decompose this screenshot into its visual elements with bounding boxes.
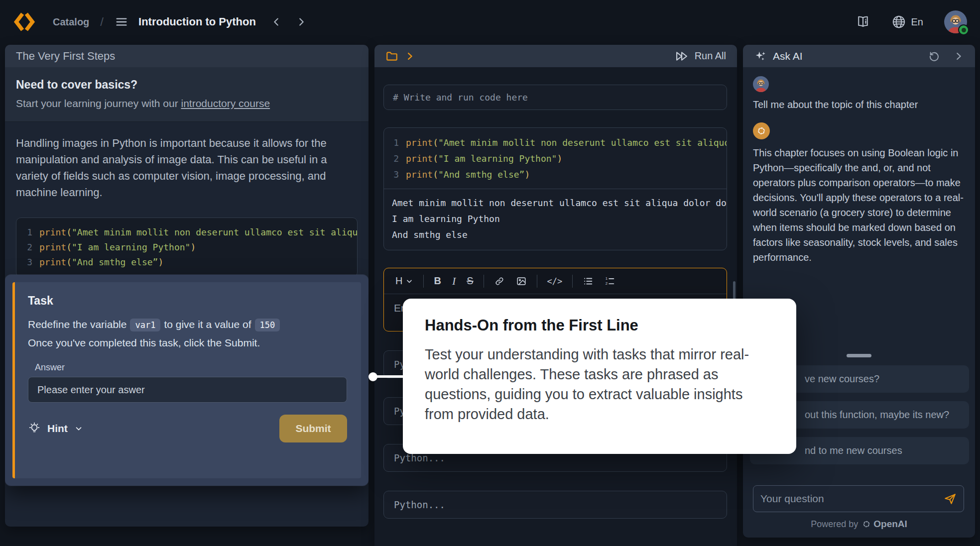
link-icon[interactable] (494, 276, 505, 287)
tooltip-body: Test your understanding with tasks that … (425, 344, 774, 424)
page-title: Introduction to Python (138, 15, 256, 28)
code-paren: ) (190, 240, 196, 255)
code-paren: ( (433, 135, 438, 151)
basics-banner: Need to cover basics? Start your learnin… (5, 67, 368, 122)
submit-button[interactable]: Submit (279, 415, 347, 442)
language-switcher[interactable]: En (891, 14, 923, 29)
code-paren: ( (433, 167, 438, 183)
ask-ai-title: Ask AI (773, 50, 803, 62)
code-line: 3print("And smthg else”) (25, 255, 348, 270)
folder-icon[interactable] (385, 50, 398, 63)
output-line: I am learning Python (384, 211, 727, 227)
sparkles-icon (754, 50, 767, 63)
user-avatar[interactable] (944, 10, 967, 33)
code-keyword: print (406, 167, 433, 183)
question-input[interactable] (760, 493, 944, 505)
python-cell-collapsed[interactable]: Python... (383, 491, 727, 519)
code-keyword: print (39, 240, 66, 255)
code-paren: ( (433, 151, 438, 167)
lightbulb-icon (28, 422, 41, 435)
code-string: "And smthg else” (438, 167, 524, 183)
editor-header: Run All (374, 45, 737, 67)
lesson-title: The Very First Steps (16, 50, 115, 63)
lesson-panel-header: The Very First Steps (5, 45, 368, 67)
task-var-chip: var1 (130, 319, 160, 331)
ai-response: This chapter focuses on using Boolean lo… (753, 145, 964, 265)
chevron-down-icon (74, 424, 83, 433)
code-string: "I am learning Python" (438, 151, 557, 167)
line-number: 3 (392, 167, 399, 183)
hint-label: Hint (47, 423, 68, 435)
breadcrumb-catalog[interactable]: Catalog (53, 16, 89, 28)
bold-button[interactable]: B (434, 275, 441, 287)
code-line: 1print("Amet minim mollit non deserunt u… (25, 225, 348, 240)
ask-ai-panel: Ask AI (743, 45, 975, 538)
collapse-panel-icon[interactable] (953, 51, 964, 62)
heading-label: H (395, 275, 402, 287)
code-editor-panel: Run All # Write and run code here 1print… (374, 45, 737, 546)
toolbar-separator (572, 275, 573, 288)
numbered-list-icon[interactable]: 1 2 (605, 276, 615, 287)
code-keyword: print (406, 151, 433, 167)
task-text: to give it a value of (164, 319, 251, 330)
prev-chapter-button[interactable] (271, 16, 282, 27)
reset-chat-icon[interactable] (928, 50, 940, 62)
code-string: "Amet minim mollit non deserunt ullamco … (72, 225, 358, 240)
line-number: 3 (25, 255, 32, 270)
heading-dropdown[interactable]: H (395, 275, 413, 287)
powered-by-label: Powered by (811, 519, 858, 530)
image-icon[interactable] (516, 276, 527, 287)
line-number: 1 (392, 135, 399, 151)
language-label: En (911, 16, 923, 28)
task-text: Redefine the variable (28, 319, 126, 330)
code-keyword: print (406, 135, 433, 151)
bullet-list-icon[interactable] (583, 276, 594, 287)
italic-button[interactable]: I (452, 275, 456, 288)
output-line: And smthg else (384, 227, 727, 243)
user-message: Tell me about the topic of this chapter (753, 99, 964, 110)
task-card-wrapper: Task Redefine the variablevar1to give it… (5, 275, 368, 486)
task-card: Task Redefine the variablevar1to give it… (12, 282, 361, 478)
code-string: "I am learning Python" (72, 240, 190, 255)
brand-logo-icon[interactable] (13, 10, 36, 33)
globe-icon (891, 14, 906, 29)
hint-toggle[interactable]: Hint (28, 422, 83, 435)
answer-label: Answer (35, 362, 347, 373)
lesson-body: Handling images in Python is important b… (5, 122, 368, 277)
strikethrough-button[interactable]: S (467, 275, 473, 287)
line-number: 2 (25, 240, 32, 255)
code-paren: ) (524, 167, 530, 183)
code-keyword: print (39, 225, 66, 240)
send-icon[interactable] (944, 492, 957, 505)
output-line: Amet minim mollit non deserunt ullamco e… (384, 195, 727, 211)
powered-by: Powered by OpenAI (743, 519, 975, 530)
next-chapter-button[interactable] (296, 16, 307, 27)
question-input-wrapper (753, 485, 964, 512)
code-string: "And smthg else” (72, 255, 158, 270)
scratch-code-input[interactable]: # Write and run code here (383, 85, 727, 110)
code-line: 2print("I am learning Python") (25, 240, 348, 255)
code-format-button[interactable]: </> (547, 276, 563, 286)
hamburger-menu-icon[interactable] (115, 15, 128, 29)
tooltip-title: Hands-On from the First Line (425, 317, 774, 334)
line-number: 1 (25, 225, 32, 240)
basics-title: Need to cover basics? (16, 78, 358, 92)
run-all-button[interactable]: Run All (675, 49, 726, 63)
breadcrumb-separator: / (100, 15, 104, 29)
lesson-code-block: 1print("Amet minim mollit non deserunt u… (16, 218, 358, 277)
code-cell[interactable]: 1print("Amet minim mollit non deserunt u… (383, 127, 727, 250)
handbook-icon[interactable] (856, 14, 870, 29)
introductory-course-link[interactable]: introductory course (181, 98, 270, 109)
code-paren: ( (66, 255, 72, 270)
resize-handle[interactable] (847, 354, 871, 357)
code-keyword: print (39, 255, 66, 270)
ask-ai-actions (928, 50, 964, 62)
svg-text:2: 2 (606, 281, 608, 286)
app-screen: Catalog / Introduction to Python (0, 0, 980, 546)
answer-input[interactable] (28, 377, 347, 403)
lesson-navigation (271, 16, 307, 27)
chevron-right-icon (404, 51, 415, 62)
line-number: 2 (392, 151, 399, 167)
chat-thread: Tell me about the topic of this chapter (743, 67, 975, 265)
code-paren: ( (66, 225, 72, 240)
